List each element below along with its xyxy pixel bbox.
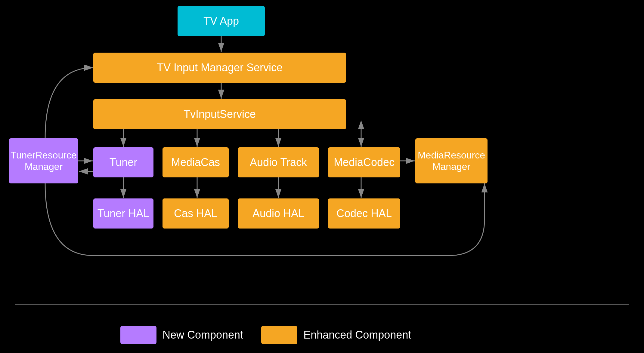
tuner-box: Tuner <box>93 147 153 177</box>
tuner-resource-manager-box: TunerResourceManager <box>9 138 78 183</box>
legend-new-component: New Component <box>120 326 243 344</box>
tv-app-box: TV App <box>178 6 265 36</box>
media-codec-box: MediaCodec <box>328 147 400 177</box>
legend: New Component Enhanced Component <box>120 326 411 344</box>
diagram-container: TV App TV Input Manager Service TvInputS… <box>0 0 644 353</box>
cas-hal-box: Cas HAL <box>163 198 229 229</box>
tuner-hal-box: Tuner HAL <box>93 198 153 229</box>
legend-enhanced-component-label: Enhanced Component <box>303 329 411 341</box>
codec-hal-box: Codec HAL <box>328 198 400 229</box>
media-cas-box: MediaCas <box>163 147 229 177</box>
divider <box>15 304 629 305</box>
audio-track-box: Audio Track <box>238 147 319 177</box>
legend-enhanced-component-box <box>261 326 297 344</box>
tv-input-service-box: TvInputService <box>93 99 346 129</box>
legend-new-component-box <box>120 326 156 344</box>
audio-hal-box: Audio HAL <box>238 198 319 229</box>
media-resource-manager-box: MediaResourceManager <box>415 138 488 183</box>
tv-input-manager-box: TV Input Manager Service <box>93 53 346 83</box>
legend-enhanced-component: Enhanced Component <box>261 326 411 344</box>
legend-new-component-label: New Component <box>163 329 243 341</box>
